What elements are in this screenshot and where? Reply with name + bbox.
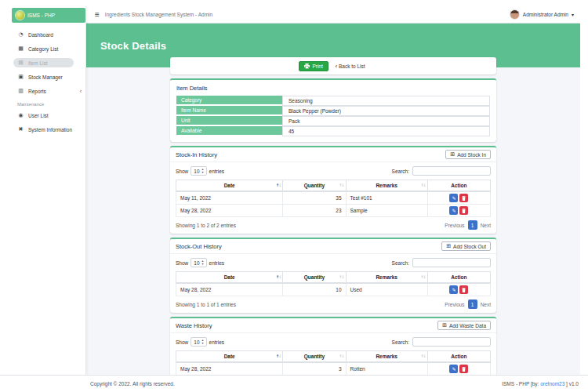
sort-both-icon: ↑↓ [339, 274, 343, 279]
brand-link[interactable]: ISMS - PHP [12, 8, 85, 23]
table-row: May 28, 2022 23 Sample ✎ [176, 205, 491, 217]
page-length-control: Show 10 ▴▾ entries [176, 258, 224, 267]
sidebar-item-user-list[interactable]: ◉ User List [12, 108, 85, 122]
edit-button[interactable]: ✎ [449, 206, 458, 215]
column-header-remarks[interactable]: Remarks↑↓ [346, 272, 427, 284]
search-input[interactable] [412, 166, 491, 176]
edit-button[interactable]: ✎ [449, 365, 458, 373]
sidebar-item-label: Reports [28, 89, 46, 94]
stock-out-history-card: Stock-Out History ⊞ Add Stock Out Show [170, 238, 496, 313]
delete-button[interactable] [459, 365, 468, 373]
trash-icon [462, 288, 466, 292]
pencil-icon: ✎ [452, 208, 456, 213]
sidebar-item-system-information[interactable]: ✖ System Information [12, 122, 85, 136]
column-header-remarks[interactable]: Remarks↑↓ [346, 180, 427, 192]
caret-down-icon: ▾ [572, 12, 574, 17]
column-header-date[interactable]: Date↑↓ [176, 180, 283, 192]
report-icon: ▥ [17, 88, 24, 94]
previous-page-button[interactable]: Previous [445, 223, 464, 228]
previous-page-button[interactable]: Previous [445, 302, 464, 307]
sidebar-item-label: Category List [28, 46, 58, 52]
sidebar-item-reports[interactable]: ▥ Reports ‹ [12, 84, 85, 98]
page-size-select[interactable]: 10 ▴▾ [191, 337, 206, 347]
cell-date: May 28, 2022 [176, 205, 283, 217]
pagination: Previous 1 Next [445, 299, 491, 309]
section-title: Stock-Out History [176, 243, 222, 250]
column-header-quantity[interactable]: Quantity↑↓ [283, 180, 346, 192]
sort-asc-icon: ↑↓ [276, 274, 281, 279]
plus-square-icon: ⊞ [446, 243, 451, 249]
page-number-button[interactable]: 1 [468, 220, 477, 230]
column-header-action: Action [427, 272, 490, 284]
sidebar-item-stock-manager[interactable]: ▣ Stock Manager [12, 70, 85, 84]
sort-both-icon: ↑↓ [339, 354, 343, 358]
column-header-action: Action [427, 180, 490, 192]
sidebar-item-label: User List [28, 113, 49, 118]
user-menu[interactable]: Administrator Admin ▾ [510, 9, 574, 20]
search-label: Search: [392, 260, 409, 266]
edit-button[interactable]: ✎ [449, 285, 458, 294]
user-avatar [510, 9, 520, 20]
cell-quantity: 3 [283, 362, 346, 375]
column-header-date[interactable]: Date↑↓ [176, 272, 283, 284]
stock-in-table: Date↑↓ Quantity↑↓ Remarks↑↓ Action May 1… [176, 180, 491, 217]
pagination: Previous 1 Next [445, 220, 491, 230]
search-input[interactable] [412, 258, 491, 267]
next-page-button[interactable]: Next [481, 302, 491, 307]
sidebar-item-label: Stock Manager [28, 74, 63, 80]
page-length-control: Show 10 ▴▾ entries [176, 337, 224, 347]
next-page-button[interactable]: Next [481, 223, 491, 228]
sidebar-item-category-list[interactable]: ▦ Category List [12, 42, 85, 56]
navbar-title: Ingredients Stock Management System - Ad… [105, 12, 212, 17]
pencil-icon: ✎ [452, 195, 456, 201]
sidebar-item-item-list[interactable]: ▤ Item List [12, 56, 85, 70]
author-link[interactable]: oretnom23 [540, 381, 564, 387]
delete-button[interactable] [459, 206, 468, 215]
add-waste-data-button[interactable]: ⊞ Add Waste Data [437, 321, 491, 330]
delete-button[interactable] [459, 285, 468, 294]
page-length-control: Show 10 ▴▾ entries [176, 166, 224, 176]
field-value: Pack [282, 116, 490, 126]
section-title: Waste History [176, 322, 212, 329]
edit-button[interactable]: ✎ [449, 194, 458, 202]
hamburger-icon[interactable]: ≡ [95, 11, 100, 19]
page-size-select[interactable]: 10 ▴▾ [191, 166, 206, 176]
search-label: Search: [392, 169, 409, 174]
chevron-left-icon: ‹ [80, 89, 82, 94]
page: ISMS - PHP ◔ Dashboard ▦ Category List ▤… [0, 0, 588, 392]
sidebar-item-dashboard[interactable]: ◔ Dashboard [12, 27, 85, 42]
box-icon: ▣ [17, 74, 24, 80]
page-number-button[interactable]: 1 [468, 299, 477, 309]
column-header-remarks[interactable]: Remarks↑↓ [346, 351, 427, 363]
content-area: Stock Details Print [86, 24, 580, 375]
user-name: Administrator Admin [523, 12, 568, 17]
trash-icon [462, 196, 466, 201]
sort-both-icon: ↑↓ [420, 183, 425, 187]
plus-square-icon: ⊞ [442, 322, 447, 328]
sort-both-icon: ↑↓ [420, 274, 425, 279]
back-to-list-button[interactable]: ‹ Back to List [333, 64, 368, 69]
toolbar-card: Print ‹ Back to List [170, 57, 496, 74]
sort-both-icon: ↑↓ [339, 183, 343, 187]
column-header-quantity[interactable]: Quantity↑↓ [283, 272, 346, 284]
add-stock-out-button[interactable]: ⊞ Add Stock Out [441, 241, 491, 251]
stock-out-table: Date↑↓ Quantity↑↓ Remarks↑↓ Action May 2… [176, 271, 491, 296]
cell-quantity: 10 [283, 283, 346, 296]
sidebar-menu: ◔ Dashboard ▦ Category List ▤ Item List … [12, 23, 85, 136]
page-size-select[interactable]: 10 ▴▾ [191, 258, 206, 267]
delete-button[interactable] [459, 194, 468, 202]
trash-icon [462, 367, 466, 372]
waste-history-card: Waste History ⊞ Add Waste Data Show [170, 317, 496, 375]
column-header-date[interactable]: Date↑↓ [176, 351, 283, 363]
plus-square-icon: ⊞ [450, 151, 455, 158]
copyright-text: Copyright © 2022. All rights reserved. [90, 381, 175, 387]
table-info: Showing 1 to 1 of 1 entries [176, 302, 236, 307]
column-header-quantity[interactable]: Quantity↑↓ [283, 351, 346, 363]
add-stock-in-button[interactable]: ⊞ Add Stock In [445, 150, 491, 159]
search-input[interactable] [412, 337, 491, 347]
printer-icon [304, 64, 310, 69]
sidebar: ISMS - PHP ◔ Dashboard ▦ Category List ▤… [12, 6, 86, 375]
cell-date: May 11, 2022 [176, 191, 283, 205]
field-value: Black Pepper (Powder) [282, 106, 490, 116]
print-button[interactable]: Print [299, 61, 328, 71]
